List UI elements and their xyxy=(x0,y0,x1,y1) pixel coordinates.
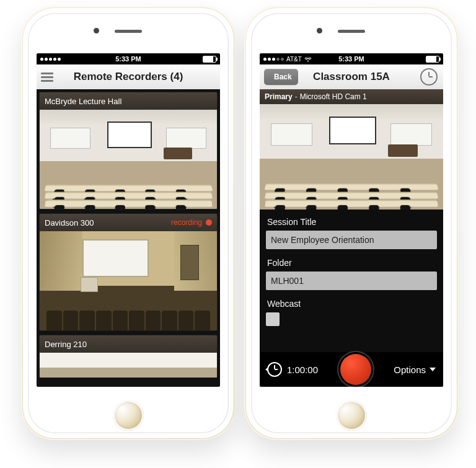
home-button[interactable] xyxy=(113,400,144,431)
status-time: 5:33 PM xyxy=(338,55,364,63)
recorder-name: McBryde Lecture Hall xyxy=(45,97,121,106)
webcast-label: Webcast xyxy=(267,299,437,309)
recorder-row[interactable]: McBryde Lecture Hall xyxy=(39,92,218,210)
earpiece xyxy=(338,30,365,33)
recorder-list[interactable]: McBryde Lecture Hall xyxy=(37,89,220,387)
options-menu[interactable]: Options xyxy=(394,364,436,375)
session-title-input[interactable] xyxy=(266,231,437,249)
page-title: Remote Recorders (4) xyxy=(74,71,183,83)
front-camera xyxy=(317,28,322,33)
history-icon xyxy=(267,362,282,377)
page-title: Classroom 15A xyxy=(313,71,390,83)
duration-value: 1:00:00 xyxy=(287,364,318,375)
recorder-thumbnail xyxy=(40,110,217,209)
recording-dot-icon xyxy=(206,219,212,226)
options-label: Options xyxy=(394,364,426,375)
recorder-thumbnail xyxy=(40,231,217,330)
home-button[interactable] xyxy=(336,400,367,431)
schedule-icon[interactable] xyxy=(420,68,438,86)
recording-label: recording xyxy=(171,218,202,227)
dash: - xyxy=(295,92,298,101)
recording-indicator: recording xyxy=(171,218,212,227)
bottom-bar: 1:00:00 Options xyxy=(260,352,443,387)
battery-icon xyxy=(203,56,216,63)
back-button[interactable]: Back xyxy=(264,69,298,85)
wifi-icon xyxy=(304,56,312,62)
recorder-thumbnail xyxy=(40,353,217,377)
recorder-row[interactable]: Davidson 300 recording xyxy=(39,213,218,331)
signal-icon xyxy=(263,58,284,61)
back-label: Back xyxy=(274,73,292,81)
recorder-row[interactable]: Derring 210 xyxy=(39,335,218,378)
front-camera xyxy=(94,28,99,33)
duration-picker[interactable]: 1:00:00 xyxy=(267,362,318,377)
recorder-name: Derring 210 xyxy=(45,340,87,349)
status-time: 5:33 PM xyxy=(115,55,141,63)
signal-icon xyxy=(40,58,61,61)
battery-icon xyxy=(426,56,439,63)
webcast-checkbox[interactable] xyxy=(266,312,280,326)
folder-label: Folder xyxy=(267,258,437,268)
navbar: Back Classroom 15A xyxy=(260,64,443,90)
video-source-header: Primary - Microsoft HD Cam 1 xyxy=(260,89,443,104)
chevron-down-icon xyxy=(430,368,436,371)
carrier-label: AT&T xyxy=(286,56,302,63)
video-preview xyxy=(260,104,443,210)
record-button[interactable] xyxy=(340,354,371,385)
navbar: Remote Recorders (4) xyxy=(37,64,220,90)
earpiece xyxy=(115,30,142,33)
status-bar: AT&T 5:33 PM xyxy=(260,53,443,64)
recorder-name: Davidson 300 xyxy=(45,218,94,227)
source-name: Microsoft HD Cam 1 xyxy=(300,92,367,101)
folder-input[interactable] xyxy=(266,272,437,290)
session-form: Session Title Folder Webcast xyxy=(260,210,443,352)
status-bar: 5:33 PM xyxy=(37,53,220,64)
source-tag: Primary xyxy=(265,92,293,101)
session-title-label: Session Title xyxy=(267,217,437,227)
hamburger-icon[interactable] xyxy=(41,73,53,82)
